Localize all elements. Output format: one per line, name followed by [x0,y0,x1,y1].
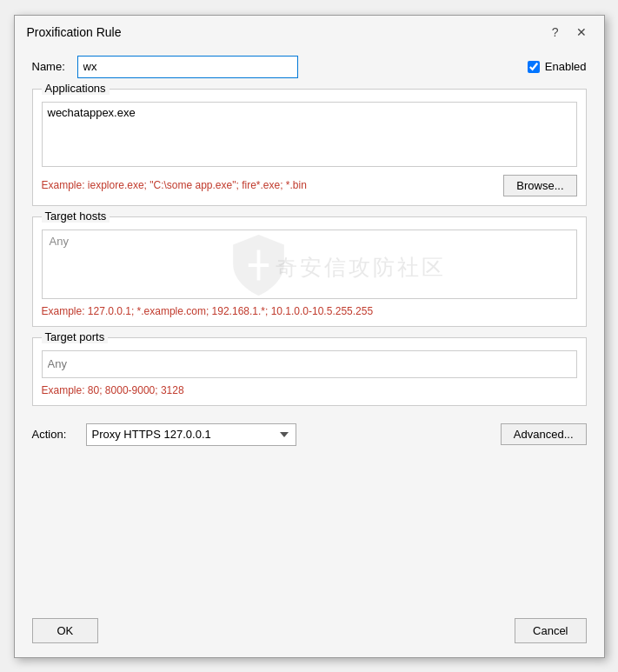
target-hosts-section: Target hosts Any 奇安信攻防社区 [32,216,587,327]
enabled-checkbox[interactable] [528,61,540,73]
cancel-button[interactable]: Cancel [515,618,586,643]
action-label: Action: [32,428,76,441]
target-ports-example-row: Example: 80; 8000-9000; 3128 [42,383,577,396]
proxification-rule-dialog: Proxification Rule ? ✕ Name: Enabled App… [14,15,605,658]
target-ports-legend: Target ports [42,330,109,343]
target-hosts-example-row: Example: 127.0.0.1; *.example.com; 192.1… [42,304,577,317]
target-hosts-example-text: Example: 127.0.0.1; *.example.com; 192.1… [42,305,374,317]
title-bar-controls: ? ✕ [547,24,592,40]
title-bar: Proxification Rule ? ✕ [15,16,604,45]
name-label: Name: [32,60,67,73]
applications-textarea[interactable]: wechatappex.exe [42,102,577,167]
watermark-svg: 奇安信攻防社区 [43,230,576,298]
dialog-title: Proxification Rule [27,25,122,39]
applications-example-text: Example: iexplore.exe; "C:\some app.exe"… [42,179,307,191]
advanced-button[interactable]: Advanced... [501,423,587,445]
name-input[interactable] [77,56,298,78]
bottom-row: OK Cancel [15,609,604,657]
applications-example-row: Example: iexplore.exe; "C:\some app.exe"… [42,175,577,196]
dialog-content: Name: Enabled Applications wechatappex.e… [15,45,604,609]
target-ports-section: Target ports Example: 80; 8000-9000; 312… [32,337,587,406]
help-button[interactable]: ? [547,24,564,40]
enabled-label: Enabled [545,60,587,73]
applications-legend: Applications [42,82,110,95]
action-row: Action: Proxy HTTPS 127.0.0.1 Direct Blo… [32,423,587,446]
browse-button[interactable]: Browse... [503,175,576,196]
any-label: Any [50,235,69,248]
watermark-text: 奇安信攻防社区 [276,254,445,278]
ok-button[interactable]: OK [32,618,99,643]
applications-section: Applications wechatappex.exe Example: ie… [32,89,587,206]
action-select[interactable]: Proxy HTTPS 127.0.0.1 Direct Block [86,423,297,446]
target-ports-example-text: Example: 80; 8000-9000; 3128 [42,384,184,396]
watermark-container: 奇安信攻防社区 [43,230,576,298]
hosts-box: Any 奇安信攻防社区 [42,230,577,299]
ports-input[interactable] [42,350,577,378]
target-hosts-legend: Target hosts [42,210,110,223]
enabled-row: Enabled [528,60,587,73]
close-button[interactable]: ✕ [571,24,592,40]
name-row: Name: Enabled [32,56,587,78]
